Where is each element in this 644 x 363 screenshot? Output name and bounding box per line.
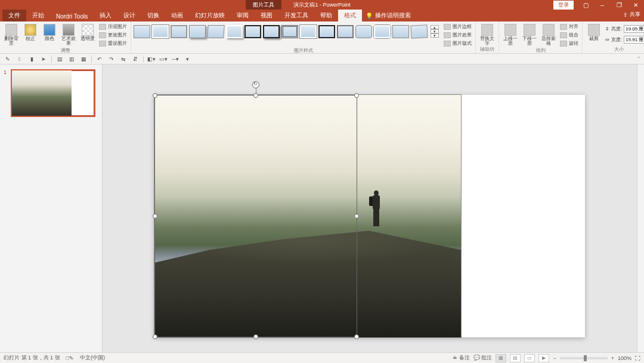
gallery-scroll-up[interactable]: ▴: [431, 25, 439, 29]
tab-format[interactable]: 格式: [338, 10, 362, 21]
tab-insert[interactable]: 插入: [94, 10, 117, 21]
slide-thumbnail-pane[interactable]: 1: [0, 64, 103, 352]
zoom-slider[interactable]: [560, 357, 608, 359]
send-backward-button[interactable]: 下移一层: [521, 23, 538, 46]
picture-style-item[interactable]: [318, 25, 335, 38]
minimize-icon[interactable]: –: [594, 0, 611, 10]
thumbnail-preview[interactable]: [11, 69, 95, 117]
slide[interactable]: [154, 95, 585, 337]
rotate-button[interactable]: 旋转: [559, 39, 580, 47]
qat-flip-v-icon[interactable]: ⇵: [131, 55, 140, 63]
gallery-more-button[interactable]: ▾: [431, 33, 439, 38]
qat-eyedropper-icon[interactable]: 𖠋: [16, 55, 24, 63]
selection-pane-button[interactable]: 选择窗格: [540, 23, 558, 46]
picture-style-item[interactable]: [263, 25, 280, 38]
reset-picture-button[interactable]: 重设图片: [98, 39, 128, 47]
login-button[interactable]: 登录: [553, 1, 574, 10]
tab-animations[interactable]: 动画: [165, 10, 189, 21]
tab-slideshow[interactable]: 幻灯片放映: [189, 10, 231, 21]
picture-style-item[interactable]: [226, 25, 243, 38]
compress-pictures-button[interactable]: 压缩图片: [98, 23, 128, 30]
rotate-handle[interactable]: [252, 81, 259, 88]
slideshow-view-button[interactable]: ▶: [538, 354, 549, 362]
notes-button[interactable]: ≐ 备注: [453, 354, 470, 362]
collapse-ribbon-icon[interactable]: ˄: [637, 56, 640, 62]
corrections-button[interactable]: 校正: [21, 23, 39, 41]
spellcheck-icon[interactable]: □✎: [66, 355, 74, 361]
width-input[interactable]: [624, 36, 644, 44]
qat-highlighter-icon[interactable]: ▮: [27, 55, 36, 63]
qat-shape-icon[interactable]: ▭▾: [159, 55, 168, 63]
tab-file[interactable]: 文件: [2, 10, 26, 21]
qat-pen-icon[interactable]: ✎: [4, 55, 12, 63]
group-adjust: 删除背景 校正 颜色 艺术效果 透明度 压缩图片 更改图片 重设图片: [0, 21, 131, 53]
picture-effects-button[interactable]: 图片效果: [442, 31, 473, 39]
qat-rotate-left-icon[interactable]: ↶: [95, 55, 104, 63]
qat-align-right-icon[interactable]: ▦: [79, 55, 88, 63]
zoom-in-button[interactable]: +: [611, 355, 614, 361]
picture-style-item[interactable]: [374, 25, 391, 38]
qat-flip-h-icon[interactable]: ⇋: [119, 55, 128, 63]
qat-align-left-icon[interactable]: ▤: [55, 55, 64, 63]
bring-forward-icon: [504, 24, 516, 36]
picture-style-item[interactable]: [281, 25, 298, 38]
picture-style-item[interactable]: [152, 25, 169, 38]
tab-home[interactable]: 开始: [26, 10, 50, 21]
tab-transitions[interactable]: 切换: [141, 10, 165, 21]
picture-layout-button[interactable]: 图片版式: [442, 39, 473, 47]
zoom-percent[interactable]: 100%: [618, 355, 631, 361]
reading-view-button[interactable]: ▭: [524, 354, 535, 362]
transparency-button[interactable]: 透明度: [79, 23, 97, 41]
zoom-slider-thumb[interactable]: [584, 355, 587, 361]
height-input[interactable]: [624, 25, 644, 33]
picture-style-item[interactable]: [392, 25, 409, 38]
vertical-scrollbar[interactable]: [637, 64, 644, 352]
align-button[interactable]: 对齐: [559, 23, 580, 30]
picture-style-item[interactable]: [300, 25, 317, 38]
group-objects-button[interactable]: 组合: [559, 31, 580, 39]
tab-developer[interactable]: 开发工具: [278, 10, 314, 21]
comments-button[interactable]: 💬 批注: [473, 354, 493, 362]
tab-design[interactable]: 设计: [117, 10, 141, 21]
picture-style-item[interactable]: [134, 25, 150, 38]
gallery-scroll-down[interactable]: ▾: [431, 29, 439, 33]
qat-more-icon[interactable]: ▾: [183, 55, 191, 63]
qat-align-center-icon[interactable]: ▥: [67, 55, 76, 63]
artistic-effects-button[interactable]: 艺术效果: [60, 23, 78, 46]
tab-nordri-tools[interactable]: Nordri Tools: [50, 11, 94, 21]
picture-style-item[interactable]: [244, 25, 261, 38]
inserted-picture[interactable]: [154, 95, 461, 337]
share-button[interactable]: ⇪ 共享: [623, 11, 640, 19]
close-icon[interactable]: ✕: [627, 0, 644, 10]
color-button[interactable]: 颜色: [41, 23, 58, 41]
picture-style-item[interactable]: [171, 25, 187, 38]
tab-review[interactable]: 审阅: [231, 10, 255, 21]
restore-icon[interactable]: ❐: [611, 0, 627, 10]
normal-view-button[interactable]: ▦: [496, 354, 506, 362]
fit-to-window-button[interactable]: ⛶: [635, 355, 640, 361]
qat-rotate-right-icon[interactable]: ↷: [107, 55, 116, 63]
ribbon-display-options-icon[interactable]: ▢: [577, 0, 594, 10]
language-indicator[interactable]: 中文(中国): [80, 354, 105, 362]
slide-thumbnail[interactable]: 1: [4, 69, 98, 117]
picture-style-item[interactable]: [355, 25, 372, 38]
bring-forward-button[interactable]: 上移一层: [501, 23, 519, 46]
crop-button[interactable]: 裁剪: [585, 23, 603, 41]
picture-style-item[interactable]: [207, 25, 225, 38]
qat-pointer-icon[interactable]: ➤: [39, 55, 48, 63]
alt-text-button[interactable]: 替换文字: [478, 23, 496, 46]
change-picture-button[interactable]: 更改图片: [98, 31, 128, 39]
remove-background-button[interactable]: 删除背景: [2, 23, 20, 46]
tell-me-search[interactable]: 💡 操作说明搜索: [362, 10, 414, 21]
sorter-view-button[interactable]: ▤: [510, 354, 521, 362]
picture-border-button[interactable]: 图片边框: [442, 23, 473, 30]
qat-line-icon[interactable]: ─▾: [171, 55, 179, 63]
tab-view[interactable]: 视图: [255, 10, 278, 21]
picture-style-item[interactable]: [410, 24, 428, 38]
tab-help[interactable]: 帮助: [314, 10, 338, 21]
zoom-out-button[interactable]: −: [553, 355, 556, 361]
slide-canvas-area[interactable]: [103, 64, 637, 352]
picture-style-item[interactable]: [337, 25, 354, 38]
picture-style-item[interactable]: [189, 25, 206, 38]
qat-fill-color-icon[interactable]: ◧▾: [147, 55, 156, 63]
